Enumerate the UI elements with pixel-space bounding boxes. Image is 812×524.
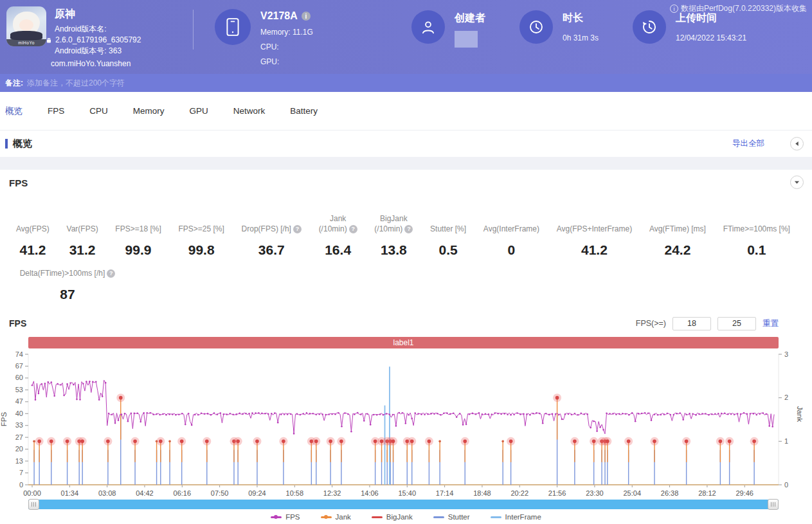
metric-label: (/10min)? (374, 224, 413, 234)
tab-memory[interactable]: Memory (133, 106, 165, 116)
legend-item-jank[interactable]: Jank (321, 513, 351, 521)
metric-4: Drop(FPS) [/h]?36.7 (242, 212, 302, 258)
fps-chart-controls: FPS FPS(>=) 重置 (0, 316, 812, 330)
chart-range-scrollbar[interactable] (28, 500, 779, 509)
fps-point (204, 413, 206, 415)
fps-point (344, 412, 346, 414)
fps-point (485, 413, 487, 415)
fps-point (558, 414, 560, 416)
fps-point (194, 414, 196, 416)
legend-item-interframe[interactable]: InterFrame (491, 513, 541, 521)
fps-point (539, 413, 541, 415)
fps-point (513, 414, 515, 416)
metric-label: (/10min)? (319, 224, 357, 234)
tab-battery[interactable]: Battery (290, 106, 318, 116)
fps-point (717, 413, 719, 415)
fps-threshold-high-input[interactable] (717, 317, 756, 330)
fps-point (258, 412, 260, 414)
x-tick-label: 06:16 (174, 489, 192, 497)
tab-概览[interactable]: 概览 (5, 105, 23, 117)
phone-icon (224, 17, 241, 37)
fps-point (705, 413, 707, 415)
fps-point (440, 414, 442, 416)
scrollbar-left-handle[interactable] (28, 499, 39, 510)
fps-point (363, 420, 365, 422)
bigjank-marker (653, 440, 656, 444)
fps-point (618, 413, 620, 415)
overview-collapse-button[interactable] (790, 137, 804, 150)
fps-point (92, 381, 94, 383)
bigjank-marker (133, 440, 137, 444)
metric-label: Avg(InterFrame) (483, 224, 539, 234)
legend-item-stutter[interactable]: Stutter (433, 513, 470, 521)
bigjank-marker (106, 440, 110, 444)
fps-point (730, 413, 732, 415)
fps-point (331, 413, 333, 415)
metric-10: Avg(FTime) [ms]24.2 (649, 212, 706, 258)
reset-link[interactable]: 重置 (762, 318, 779, 329)
remark-input[interactable] (27, 78, 297, 87)
legend-item-bigjank[interactable]: BigJank (372, 513, 413, 521)
fps-point (389, 413, 391, 415)
fps-point (111, 413, 113, 415)
fps-point (261, 413, 263, 415)
bigjank-marker (428, 440, 431, 444)
tab-network[interactable]: Network (233, 106, 266, 116)
upload-time-label: 上传时间 (676, 12, 717, 25)
device-info-icon[interactable]: i (302, 12, 311, 21)
fps-point (114, 422, 116, 424)
fps-point (695, 414, 697, 416)
fps-chart[interactable]: 7467605347403327201370321000:0001:3403:0… (0, 350, 812, 498)
help-icon[interactable]: ? (349, 225, 357, 233)
fps-point (226, 413, 228, 415)
fps-point (641, 413, 643, 415)
fps-point (312, 413, 314, 415)
fps-point (341, 426, 343, 428)
fps-point (622, 413, 624, 415)
help-icon[interactable]: ? (404, 225, 413, 233)
fps-point (197, 414, 199, 416)
package-name: com.miHoYo.Yuanshen (51, 59, 141, 69)
legend-marker (433, 516, 444, 518)
help-icon[interactable]: ? (107, 269, 115, 278)
metric-value: 0 (508, 242, 516, 258)
scrollbar-right-handle[interactable] (768, 499, 779, 510)
y-axis-title-fps: FPS (0, 411, 8, 426)
fps-point (108, 413, 110, 415)
fps-point (290, 413, 292, 415)
tab-fps[interactable]: FPS (48, 106, 64, 116)
fps-point (750, 413, 752, 415)
fps-threshold-label: FPS(>=) (636, 319, 666, 328)
x-tick-label: 14:06 (361, 489, 379, 497)
bigjank-marker (606, 440, 609, 444)
fps-point (175, 414, 177, 416)
delta-ftime-metric: Delta(FTime)>100ms [/h] ? 87 (16, 268, 119, 302)
duration-label: 时长 (563, 12, 583, 25)
legend-marker (372, 516, 383, 518)
tab-cpu[interactable]: CPU (89, 106, 108, 116)
perfdog-report-page: i 数据由PerfDog(7.0.220332)版本收集 miHoYo 原神 A… (0, 0, 812, 524)
x-tick-label: 18:48 (473, 489, 491, 497)
fps-collapse-button[interactable] (790, 176, 804, 189)
fps-point (86, 381, 87, 383)
device-memory: Memory: 11.1G (260, 28, 313, 37)
bigjank-marker (255, 440, 259, 444)
x-tick-label: 01:34 (61, 489, 79, 497)
x-tick-label: 28:12 (698, 489, 716, 497)
device-cpu: CPU: (260, 42, 313, 51)
fps-point (663, 413, 665, 415)
fps-point (105, 382, 107, 384)
export-all-link[interactable]: 导出全部 (732, 138, 764, 149)
fps-point (217, 413, 219, 415)
fps-point (245, 413, 247, 415)
fps-point (69, 383, 71, 384)
fps-point (602, 429, 604, 431)
legend-item-fps[interactable]: FPS (271, 513, 300, 521)
help-icon[interactable]: ? (293, 225, 302, 233)
fps-point (449, 413, 451, 415)
device-gpu: GPU: (260, 57, 313, 66)
fps-threshold-low-input[interactable] (672, 317, 711, 330)
chart-label-banner: label1 (28, 337, 779, 348)
fps-point (711, 413, 713, 415)
tab-gpu[interactable]: GPU (190, 106, 208, 116)
